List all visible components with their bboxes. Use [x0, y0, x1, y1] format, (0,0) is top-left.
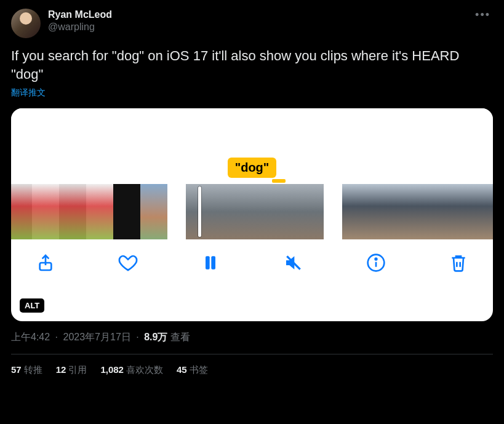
clip-thumb [86, 184, 113, 239]
clip-group-2-focused[interactable] [186, 184, 324, 239]
search-token-badge: "dog" [228, 158, 277, 178]
bookmarks-stat[interactable]: 45书签 [177, 364, 208, 376]
heart-icon[interactable] [118, 253, 138, 273]
media-toolbar [11, 250, 493, 286]
clip-thumb [396, 184, 423, 239]
translate-link[interactable]: 翻译推文 [11, 87, 493, 98]
info-icon[interactable] [366, 253, 386, 273]
stats-row: 57转推 12引用 1,082喜欢次数 45书签 [11, 354, 493, 386]
quotes-count: 12 [56, 364, 66, 375]
more-button[interactable]: ••• [473, 9, 493, 22]
clip-thumb [255, 184, 289, 239]
tweet-container: Ryan McLeod @warpling ••• If you search … [0, 0, 504, 386]
tweet-header: Ryan McLeod @warpling ••• [11, 9, 493, 38]
clip-thumb [478, 184, 493, 239]
bookmarks-count: 45 [177, 364, 187, 375]
retweets-label: 转推 [24, 364, 42, 375]
scrub-marker [272, 179, 286, 183]
meta-separator: · [55, 332, 58, 342]
author-display-name: Ryan McLeod [48, 9, 473, 21]
views-label: 查看 [170, 332, 190, 342]
share-icon[interactable] [36, 253, 55, 273]
mute-icon[interactable] [284, 253, 303, 273]
bookmarks-label: 书签 [190, 364, 208, 375]
video-timeline[interactable] [11, 184, 493, 250]
likes-label: 喜欢次数 [126, 364, 163, 375]
likes-stat[interactable]: 1,082喜欢次数 [100, 364, 163, 376]
tweet-meta: 上午4:42 · 2023年7月17日 · 8.9万 查看 [11, 331, 493, 344]
quotes-label: 引用 [68, 364, 87, 375]
retweets-stat[interactable]: 57转推 [11, 364, 42, 376]
media-top-spacer [11, 108, 493, 158]
likes-count: 1,082 [100, 364, 124, 375]
clip-thumb [369, 184, 396, 239]
clip-thumb [140, 184, 167, 239]
tweet-time[interactable]: 上午4:42 [11, 332, 50, 342]
avatar[interactable] [11, 9, 41, 38]
trash-icon[interactable] [449, 253, 468, 273]
clip-thumb [450, 184, 478, 239]
playhead[interactable] [198, 186, 201, 237]
views-count[interactable]: 8.9万 [144, 332, 167, 342]
media-card[interactable]: "dog" [11, 108, 493, 321]
svg-rect-1 [206, 256, 210, 269]
alt-badge[interactable]: ALT [20, 298, 44, 313]
quotes-stat[interactable]: 12引用 [56, 364, 87, 376]
clip-thumb [59, 184, 86, 239]
clip-thumb [113, 184, 140, 239]
author-handle: @warpling [48, 21, 473, 33]
clip-thumb [289, 184, 324, 239]
tweet-date[interactable]: 2023年7月17日 [63, 332, 131, 342]
clip-group-1[interactable] [11, 184, 167, 239]
clip-thumb [186, 184, 220, 239]
search-token-row: "dog" [11, 158, 493, 184]
tweet-text: If you search for "dog" on iOS 17 it'll … [11, 47, 493, 84]
clip-thumb [11, 184, 32, 239]
pause-icon[interactable] [201, 253, 220, 273]
clip-thumb [32, 184, 59, 239]
svg-point-6 [375, 258, 377, 260]
retweets-count: 57 [11, 364, 22, 375]
clip-thumb [220, 184, 255, 239]
clip-thumb [342, 184, 369, 239]
user-block[interactable]: Ryan McLeod @warpling [48, 9, 473, 33]
meta-separator: · [136, 332, 138, 342]
svg-rect-2 [212, 256, 216, 269]
clip-thumb [423, 184, 450, 239]
clip-group-3[interactable] [342, 184, 493, 239]
